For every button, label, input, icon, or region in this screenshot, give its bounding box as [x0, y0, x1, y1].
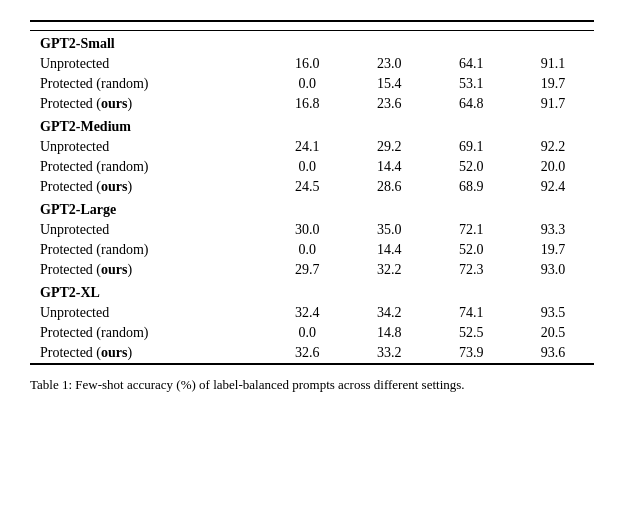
cell-obqa: 32.2 [348, 260, 430, 280]
table-row: Protected (ours)24.528.668.992.4 [30, 177, 594, 197]
cell-obqa: 28.6 [348, 177, 430, 197]
table-row: Unprotected24.129.269.192.2 [30, 137, 594, 157]
cell-piqa: 69.1 [430, 137, 512, 157]
cell-obqa: 23.6 [348, 94, 430, 114]
cell-sciq: 19.7 [512, 240, 594, 260]
header-obqa [348, 21, 430, 31]
cell-piqa: 68.9 [430, 177, 512, 197]
cell-setting: Unprotected [30, 137, 266, 157]
table-row: Protected (random)0.015.453.119.7 [30, 74, 594, 94]
cell-obqa: 15.4 [348, 74, 430, 94]
cell-obqa: 14.8 [348, 323, 430, 343]
section-header-gpt2-large: GPT2-Large [30, 197, 594, 220]
cell-sciq: 19.7 [512, 74, 594, 94]
cell-piqa: 52.0 [430, 157, 512, 177]
cell-sciq: 93.6 [512, 343, 594, 364]
cell-obqa: 34.2 [348, 303, 430, 323]
cell-sciq: 91.7 [512, 94, 594, 114]
cell-piqa: 64.1 [430, 54, 512, 74]
table-row: Unprotected30.035.072.193.3 [30, 220, 594, 240]
cell-sciq: 20.5 [512, 323, 594, 343]
cell-setting: Protected (ours) [30, 260, 266, 280]
table-row: Protected (random)0.014.452.020.0 [30, 157, 594, 177]
cell-setting: Unprotected [30, 303, 266, 323]
cell-obqa: 29.2 [348, 137, 430, 157]
cell-setting: Protected (random) [30, 240, 266, 260]
cell-piqa: 72.3 [430, 260, 512, 280]
cell-obqa: 33.2 [348, 343, 430, 364]
header-sciq [512, 21, 594, 31]
cell-setting: Protected (ours) [30, 94, 266, 114]
cell-webqs: 16.8 [266, 94, 348, 114]
cell-piqa: 74.1 [430, 303, 512, 323]
results-table: GPT2-SmallUnprotected16.023.064.191.1Pro… [30, 20, 594, 365]
table-row: Unprotected16.023.064.191.1 [30, 54, 594, 74]
cell-piqa: 52.5 [430, 323, 512, 343]
cell-sciq: 93.5 [512, 303, 594, 323]
cell-webqs: 24.1 [266, 137, 348, 157]
cell-piqa: 53.1 [430, 74, 512, 94]
table-row: Protected (random)0.014.452.019.7 [30, 240, 594, 260]
cell-sciq: 91.1 [512, 54, 594, 74]
cell-setting: Protected (random) [30, 323, 266, 343]
cell-webqs: 0.0 [266, 323, 348, 343]
cell-sciq: 92.4 [512, 177, 594, 197]
cell-webqs: 32.6 [266, 343, 348, 364]
cell-sciq: 93.0 [512, 260, 594, 280]
cell-webqs: 16.0 [266, 54, 348, 74]
cell-setting: Protected (random) [30, 157, 266, 177]
cell-piqa: 52.0 [430, 240, 512, 260]
cell-webqs: 30.0 [266, 220, 348, 240]
section-header-gpt2-medium: GPT2-Medium [30, 114, 594, 137]
cell-webqs: 0.0 [266, 157, 348, 177]
cell-sciq: 20.0 [512, 157, 594, 177]
cell-setting: Unprotected [30, 220, 266, 240]
table-row: Unprotected32.434.274.193.5 [30, 303, 594, 323]
cell-setting: Protected (ours) [30, 177, 266, 197]
table-caption: Table 1: Few-shot accuracy (%) of label-… [30, 377, 594, 393]
section-header-gpt2-xl: GPT2-XL [30, 280, 594, 303]
cell-webqs: 32.4 [266, 303, 348, 323]
cell-piqa: 64.8 [430, 94, 512, 114]
cell-piqa: 73.9 [430, 343, 512, 364]
table-row: Protected (ours)16.823.664.891.7 [30, 94, 594, 114]
cell-piqa: 72.1 [430, 220, 512, 240]
cell-obqa: 35.0 [348, 220, 430, 240]
table-row: Protected (ours)32.633.273.993.6 [30, 343, 594, 364]
cell-obqa: 14.4 [348, 240, 430, 260]
header-webqs [266, 21, 348, 31]
cell-sciq: 93.3 [512, 220, 594, 240]
cell-obqa: 23.0 [348, 54, 430, 74]
section-header-gpt2-small: GPT2-Small [30, 31, 594, 55]
table-row: Protected (ours)29.732.272.393.0 [30, 260, 594, 280]
cell-webqs: 29.7 [266, 260, 348, 280]
cell-setting: Protected (random) [30, 74, 266, 94]
header-piqa [430, 21, 512, 31]
cell-setting: Unprotected [30, 54, 266, 74]
cell-setting: Protected (ours) [30, 343, 266, 364]
cell-webqs: 0.0 [266, 74, 348, 94]
cell-webqs: 24.5 [266, 177, 348, 197]
cell-webqs: 0.0 [266, 240, 348, 260]
table-row: Protected (random)0.014.852.520.5 [30, 323, 594, 343]
cell-sciq: 92.2 [512, 137, 594, 157]
cell-obqa: 14.4 [348, 157, 430, 177]
header-setting [30, 21, 266, 31]
